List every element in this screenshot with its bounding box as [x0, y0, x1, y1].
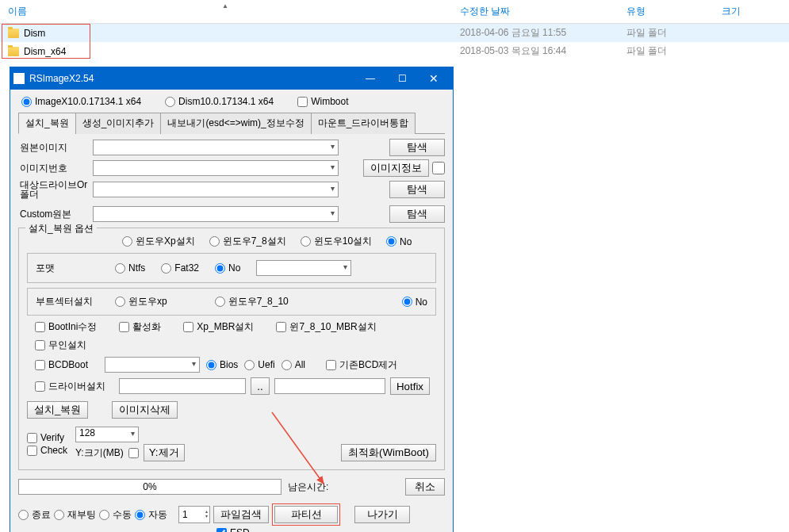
- bcdboot-combo[interactable]: [105, 357, 200, 373]
- label-target-drive: 대상드라이브Or 폴더: [18, 180, 90, 199]
- partition-button[interactable]: 파티션: [274, 506, 338, 523]
- explorer-header: 이름 ▲ 수정한 날짜 유형 크기: [0, 0, 789, 24]
- install-restore-button[interactable]: 설치_복원: [27, 401, 88, 419]
- progress-bar: 0%: [18, 479, 282, 495]
- file-row[interactable]: Dism_x64 2018-05-03 목요일 16:44 파일 폴더: [0, 42, 789, 60]
- label-custom-source: Custom원본: [18, 208, 90, 221]
- folder-icon: [8, 29, 19, 38]
- tab-strip: 설치_복원 생성_이미지추가 내보내기(esd<=>wim)_정보수정 마운트_…: [18, 112, 445, 134]
- fat32-radio[interactable]: Fat32: [161, 262, 199, 274]
- win78-radio[interactable]: 윈도우7_8설치: [209, 235, 286, 248]
- image-info-check[interactable]: [432, 162, 445, 174]
- uefi-radio[interactable]: Uefi: [244, 359, 274, 370]
- col-date[interactable]: 수정한 날짜: [460, 5, 626, 18]
- manual-radio[interactable]: 수동: [99, 508, 132, 522]
- browse-button-3[interactable]: 탐색: [389, 205, 445, 223]
- optimize-button[interactable]: 최적화(WimBoot): [341, 444, 436, 461]
- hotfix-button[interactable]: Hotfix: [390, 377, 430, 395]
- filesearch-button[interactable]: 파일검색: [213, 506, 269, 523]
- image-info-button[interactable]: 이미지정보: [363, 159, 429, 177]
- bootxp-radio[interactable]: 윈도우xp: [115, 295, 167, 308]
- source-image-combo[interactable]: [93, 140, 339, 155]
- highlight-box-2: 파티션: [272, 503, 340, 526]
- titlebar[interactable]: RSImageX2.54 — ☐ ✕: [10, 67, 453, 90]
- groupbox-title: 설치_복원 옵션: [25, 222, 97, 235]
- col-size[interactable]: 크기: [722, 5, 785, 18]
- format-no-radio[interactable]: No: [215, 262, 240, 274]
- ysize-label: Y:크기(MB): [75, 446, 124, 460]
- check-check[interactable]: Check: [27, 445, 67, 456]
- yremove-button[interactable]: Y:제거: [144, 444, 185, 461]
- cancel-button[interactable]: 취소: [405, 478, 445, 496]
- close-button[interactable]: ✕: [418, 67, 450, 90]
- reboot-radio[interactable]: 재부팅: [54, 508, 96, 522]
- rsimagex-dialog: RSImageX2.54 — ☐ ✕ ImageX10.0.17134.1 x6…: [10, 67, 454, 532]
- maximize-button[interactable]: ☐: [386, 67, 418, 90]
- driver-check[interactable]: 드라이버설치: [35, 380, 114, 393]
- tab-export[interactable]: 내보내기(esd<=>wim)_정보수정: [160, 113, 311, 134]
- win10-radio[interactable]: 윈도우10설치: [301, 235, 372, 248]
- imagex-radio[interactable]: ImageX10.0.17134.1 x64: [21, 96, 141, 107]
- wimboot-check[interactable]: Wimboot: [297, 96, 348, 107]
- sort-arrow-icon: ▲: [222, 2, 228, 10]
- dism-radio[interactable]: Dism10.0.17134.1 x64: [165, 96, 274, 107]
- exit-radio[interactable]: 종료: [18, 508, 51, 522]
- label-format: 포맷: [36, 262, 99, 275]
- label-source-image: 원본이미지: [18, 141, 90, 155]
- hotfix-path[interactable]: [274, 378, 385, 394]
- target-drive-combo[interactable]: [93, 182, 339, 197]
- driver-browse[interactable]: ..: [251, 377, 270, 395]
- count-spinner[interactable]: 1: [178, 506, 210, 523]
- bootini-check[interactable]: BootIni수정: [35, 320, 97, 334]
- minimize-button[interactable]: —: [354, 67, 386, 90]
- tab-create-add[interactable]: 생성_이미지추가: [75, 113, 162, 134]
- app-icon: [13, 73, 25, 84]
- all-radio[interactable]: All: [282, 359, 305, 370]
- exit-button[interactable]: 나가기: [354, 506, 410, 523]
- esd-check[interactable]: ESD: [216, 527, 250, 532]
- winxp-radio[interactable]: 윈도우Xp설치: [122, 235, 195, 248]
- tab-mount-driver[interactable]: 마운트_드라이버통합: [311, 113, 416, 134]
- ysize-check[interactable]: [128, 448, 139, 458]
- format-combo[interactable]: [256, 260, 351, 276]
- label-bootsector: 부트섹터설치: [36, 295, 99, 308]
- boot7810-radio[interactable]: 윈도우7_8_10: [215, 295, 289, 308]
- delete-image-button[interactable]: 이미지삭제: [112, 401, 178, 419]
- driver-path[interactable]: [119, 378, 246, 394]
- xpmbr-check[interactable]: Xp_MBR설치: [183, 320, 254, 334]
- bios-radio[interactable]: Bios: [206, 359, 238, 370]
- file-explorer: 이름 ▲ 수정한 날짜 유형 크기 Dism 2018-04-06 금요일 11…: [0, 0, 789, 60]
- file-row[interactable]: Dism 2018-04-06 금요일 11:55 파일 폴더: [0, 24, 789, 42]
- removebcd-check[interactable]: 기존BCD제거: [326, 358, 397, 372]
- unattend-check[interactable]: 무인설치: [35, 339, 86, 352]
- col-type[interactable]: 유형: [626, 5, 722, 18]
- os-no-radio[interactable]: No: [386, 236, 412, 247]
- label-image-number: 이미지번호: [18, 162, 90, 175]
- size-combo[interactable]: 128: [75, 427, 139, 442]
- bcdboot-check[interactable]: BCDBoot: [35, 359, 98, 370]
- remaining-label: 남은시간:: [288, 480, 399, 494]
- verify-check[interactable]: Verify: [27, 432, 67, 443]
- custom-source-combo[interactable]: [93, 206, 339, 222]
- browse-button-2[interactable]: 탐색: [389, 181, 445, 198]
- install-restore-options: 설치_복원 옵션 윈도우Xp설치 윈도우7_8설치 윈도우10설치 No 포맷 …: [18, 228, 445, 470]
- window-title: RSImageX2.54: [29, 73, 354, 84]
- folder-icon: [8, 47, 19, 56]
- image-number-combo[interactable]: [93, 160, 339, 176]
- tab-install-restore[interactable]: 설치_복원: [18, 113, 76, 134]
- activate-check[interactable]: 활성화: [119, 320, 161, 334]
- win78mbr-check[interactable]: 윈7_8_10_MBR설치: [276, 320, 376, 334]
- ntfs-radio[interactable]: Ntfs: [115, 262, 145, 274]
- browse-button[interactable]: 탐색: [389, 139, 445, 156]
- auto-radio[interactable]: 자동: [135, 508, 167, 522]
- col-name[interactable]: 이름 ▲: [0, 5, 460, 18]
- boot-no-radio[interactable]: No: [402, 297, 427, 308]
